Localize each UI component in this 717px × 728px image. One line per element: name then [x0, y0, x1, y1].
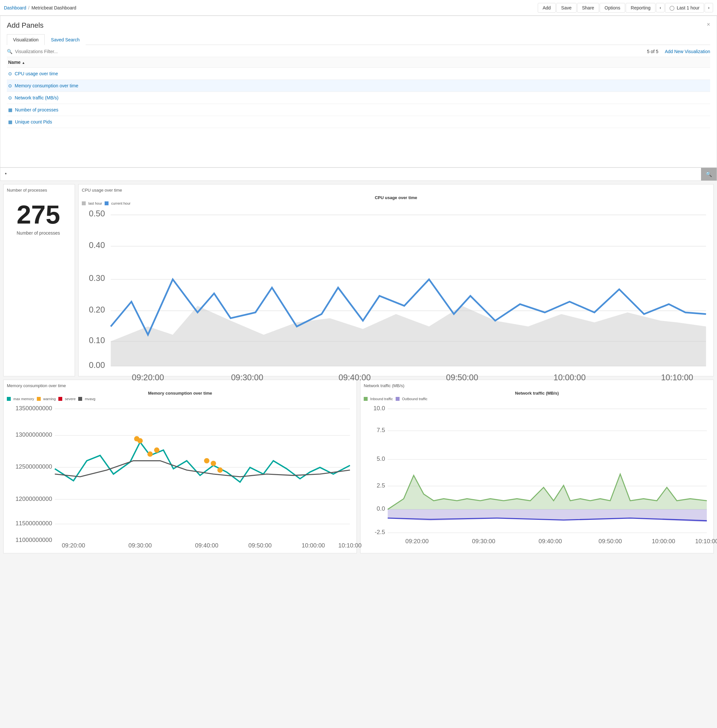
legend-blue-dot — [105, 201, 108, 205]
viz-item-unique-count[interactable]: ▦ Unique count Pids — [7, 116, 710, 128]
svg-text:13500000000: 13500000000 — [16, 405, 52, 412]
cpu-chart-title: CPU usage over time — [82, 195, 710, 200]
viz-label: Number of processes — [15, 107, 58, 113]
network-chart-area: 10.0 7.5 5.0 2.5 0.0 -2.5 — [364, 402, 710, 550]
dashboard-content: Number of processes 275 Number of proces… — [0, 181, 717, 557]
svg-text:0.50: 0.50 — [89, 209, 105, 218]
memory-warning-dot — [204, 458, 209, 463]
search-bar: 🔍 — [0, 168, 717, 181]
svg-text:0.20: 0.20 — [89, 305, 105, 314]
next-button[interactable]: › — [705, 3, 713, 12]
svg-text:09:30:00: 09:30:00 — [231, 373, 263, 382]
legend-green-dot — [364, 397, 368, 401]
num-processes-panel: Number of processes 275 Number of proces… — [3, 184, 75, 376]
svg-text:10:00:00: 10:00:00 — [554, 373, 586, 382]
breadcrumb: Dashboard / Metricbeat Dashboard — [4, 5, 538, 11]
memory-panel-title: Memory consumption over time — [7, 383, 353, 388]
svg-text:12000000000: 12000000000 — [16, 495, 52, 502]
legend-current-hour: current hour — [111, 201, 130, 205]
viz-label: Memory consumption over time — [15, 83, 78, 88]
viz-label: Network traffic (MB/s) — [15, 95, 58, 101]
viz-item-memory[interactable]: ⊙ Memory consumption over time — [7, 80, 710, 92]
time-label: Last 1 hour — [677, 5, 699, 11]
network-chart-svg: 10.0 7.5 5.0 2.5 0.0 -2.5 — [364, 402, 710, 549]
filter-row: 🔍 5 of 5 Add New Visualization — [7, 45, 710, 57]
cpu-usage-panel: CPU usage over time CPU usage over time … — [78, 184, 714, 376]
time-picker[interactable]: ◯ Last 1 hour — [665, 3, 704, 13]
options-button[interactable]: Options — [600, 3, 625, 13]
clock-icon: ◯ — [670, 5, 674, 11]
cpu-chart-svg: 0.50 0.40 0.30 0.20 0.10 0.00 — [82, 207, 710, 372]
legend-teal-dot — [7, 397, 11, 401]
svg-text:5.0: 5.0 — [377, 455, 385, 462]
filter-search-icon: 🔍 — [7, 49, 12, 54]
filter-input[interactable] — [15, 49, 647, 54]
memory-warning-dot — [147, 452, 153, 457]
svg-text:09:50:00: 09:50:00 — [248, 542, 272, 549]
tab-visualization[interactable]: Visualization — [7, 34, 45, 45]
cpu-panel-title: CPU usage over time — [82, 188, 710, 192]
svg-text:11000000000: 11000000000 — [16, 537, 52, 543]
viz-item-network[interactable]: ⊙ Network traffic (MB/s) — [7, 92, 710, 104]
save-button[interactable]: Save — [556, 3, 577, 13]
viz-item-cpu[interactable]: ⊙ CPU usage over time — [7, 68, 710, 80]
memory-legend: max memory warning severe mvavg — [7, 397, 353, 401]
svg-text:0.30: 0.30 — [89, 273, 105, 282]
top-nav: Dashboard / Metricbeat Dashboard Add Sav… — [0, 0, 717, 16]
viz-label: CPU usage over time — [15, 71, 58, 76]
name-header: Name ▲ — [7, 57, 710, 68]
svg-text:0.00: 0.00 — [89, 360, 105, 369]
nav-actions: Add Save Share Options Reporting ‹ ◯ Las… — [538, 3, 713, 13]
cpu-chart-area: 0.50 0.40 0.30 0.20 0.10 0.00 — [82, 207, 710, 373]
count-label: 5 of 5 — [647, 49, 658, 54]
svg-text:09:40:00: 09:40:00 — [195, 542, 219, 549]
page-title: Metricbeat Dashboard — [31, 5, 76, 11]
prev-button[interactable]: ‹ — [656, 3, 665, 12]
add-panels-heading: Add Panels — [7, 21, 44, 30]
svg-text:0.0: 0.0 — [377, 505, 385, 512]
line-chart-icon: ⊙ — [8, 95, 12, 101]
num-processes-title: Number of processes — [7, 188, 72, 192]
svg-text:11500000000: 11500000000 — [16, 520, 52, 527]
svg-text:09:30:00: 09:30:00 — [128, 542, 152, 549]
viz-item-num-processes[interactable]: ▦ Number of processes — [7, 104, 710, 116]
share-button[interactable]: Share — [577, 3, 599, 13]
search-submit-button[interactable]: 🔍 — [701, 168, 717, 180]
add-button[interactable]: Add — [538, 3, 556, 13]
reporting-button[interactable]: Reporting — [626, 3, 655, 13]
sort-arrow-icon[interactable]: ▲ — [22, 61, 25, 64]
svg-text:09:40:00: 09:40:00 — [339, 373, 371, 382]
add-new-visualization-link[interactable]: Add New Visualization — [665, 49, 710, 54]
legend-severe: severe — [65, 397, 76, 401]
close-button[interactable]: × — [706, 21, 710, 30]
breadcrumb-separator: / — [28, 5, 30, 11]
svg-text:0.10: 0.10 — [89, 336, 105, 345]
viz-label: Unique count Pids — [15, 119, 52, 125]
cpu-legend: last hour current hour — [82, 201, 710, 205]
line-chart-icon: ⊙ — [8, 83, 12, 88]
big-number: 275 — [17, 202, 72, 228]
memory-warning-dot — [211, 461, 216, 466]
dashboard-link[interactable]: Dashboard — [4, 5, 26, 11]
memory-chart-title: Memory consumption over time — [7, 391, 353, 395]
top-panels-row: Number of processes 275 Number of proces… — [3, 184, 714, 376]
add-panels-title: Add Panels × — [7, 21, 710, 30]
memory-chart-svg: 13500000000 13000000000 12500000000 1200… — [7, 402, 353, 549]
tabs: Visualization Saved Search — [7, 34, 710, 45]
cpu-gray-area — [111, 306, 706, 366]
bottom-panels-row: Memory consumption over time Memory cons… — [3, 380, 714, 553]
legend-purple-dot — [396, 397, 400, 401]
svg-text:09:20:00: 09:20:00 — [62, 542, 85, 549]
network-outbound-area — [388, 509, 707, 522]
table-chart-icon: ▦ — [8, 119, 12, 125]
legend-max-memory: max memory — [13, 397, 34, 401]
svg-text:13000000000: 13000000000 — [16, 432, 52, 438]
tab-saved-search[interactable]: Saved Search — [45, 34, 86, 45]
legend-dark-dot — [78, 397, 82, 401]
svg-text:12500000000: 12500000000 — [16, 463, 52, 470]
network-panel: Network traffic (MB/s) Network traffic (… — [360, 380, 714, 553]
search-input[interactable] — [0, 168, 701, 180]
memory-panel: Memory consumption over time Memory cons… — [3, 380, 357, 553]
legend-inbound: Inbound traffic — [370, 397, 393, 401]
svg-text:10:00:00: 10:00:00 — [652, 538, 675, 545]
